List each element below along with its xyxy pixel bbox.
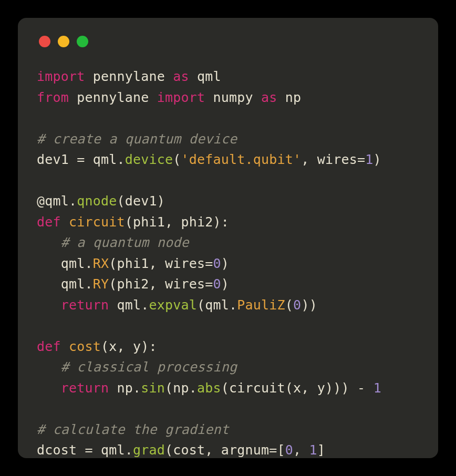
code-token: expval <box>149 297 198 313</box>
code-token: (np. <box>165 380 197 396</box>
code-token: 'default.qubit' <box>181 152 302 167</box>
close-icon[interactable] <box>39 36 50 47</box>
code-line: # calculate the gradient <box>37 419 419 440</box>
code-token: ) <box>221 276 229 292</box>
code-line <box>37 315 419 336</box>
code-token: (phi2, wires= <box>109 276 213 292</box>
code-line: @qml.qnode(dev1) <box>37 191 419 212</box>
code-block: import pennylane as qmlfrom pennylane im… <box>37 66 419 461</box>
code-token: return <box>61 380 117 396</box>
code-token: RX <box>93 256 109 271</box>
code-token: (circuit(x, y))) - <box>221 380 374 396</box>
code-token: RY <box>93 276 109 292</box>
code-token: cost <box>69 339 101 354</box>
code-token: qnode <box>77 193 117 209</box>
code-line: return np.sin(np.abs(circuit(x, y))) - 1 <box>37 378 419 399</box>
code-token: from <box>37 90 77 105</box>
code-line <box>37 108 419 129</box>
code-token: qml. <box>37 276 93 292</box>
code-token: (phi1, phi2): <box>125 214 229 230</box>
code-token: qml. <box>37 256 93 271</box>
code-token: as <box>173 69 197 84</box>
code-token: # create a quantum device <box>37 131 237 147</box>
code-token: # calculate the gradient <box>37 422 229 437</box>
code-line: qml.RX(phi1, wires=0) <box>37 253 419 274</box>
code-token: 0 <box>213 256 221 271</box>
code-token: def <box>37 339 69 354</box>
code-token: grad <box>133 442 165 458</box>
code-token: as <box>261 90 285 105</box>
code-token: 0 <box>213 276 221 292</box>
code-token: np. <box>117 380 141 396</box>
code-line: def cost(x, y): <box>37 336 419 357</box>
code-token: 0 <box>293 297 301 313</box>
code-token <box>37 235 61 250</box>
code-line <box>37 170 419 191</box>
code-token: 0 <box>285 442 293 458</box>
code-token: (phi1, wires= <box>109 256 213 271</box>
code-line: # create a quantum device <box>37 129 419 150</box>
code-token: circuit <box>69 214 125 230</box>
code-token: ( <box>285 297 293 313</box>
code-token: , wires= <box>301 152 365 167</box>
code-token: pennylane <box>77 90 157 105</box>
minimize-icon[interactable] <box>58 36 69 47</box>
code-token: (qml. <box>197 297 237 313</box>
traffic-lights <box>39 36 419 47</box>
code-token: # classical processing <box>61 359 237 375</box>
code-token: (x, y): <box>101 339 157 354</box>
code-line: dev1 = qml.device('default.qubit', wires… <box>37 149 419 170</box>
code-token: ( <box>173 152 181 167</box>
code-token: abs <box>197 380 221 396</box>
code-token: numpy <box>213 90 262 105</box>
code-token: dcost = qml. <box>37 442 133 458</box>
code-token: ) <box>221 256 229 271</box>
code-token: ] <box>317 442 325 458</box>
code-token: , <box>293 442 309 458</box>
code-token: sin <box>141 380 165 396</box>
code-token: @qml. <box>37 193 77 209</box>
code-token: device <box>125 152 173 167</box>
code-line: qml.RY(phi2, wires=0) <box>37 274 419 295</box>
code-token: 1 <box>374 380 381 396</box>
code-token: )) <box>301 297 317 313</box>
code-token <box>37 297 61 313</box>
code-line: # a quantum node <box>37 232 419 253</box>
code-token: # a quantum node <box>61 235 189 250</box>
zoom-icon[interactable] <box>77 36 88 47</box>
code-line: dcost = qml.grad(cost, argnum=[0, 1] <box>37 440 419 461</box>
code-token: def <box>37 214 69 230</box>
code-line: from pennylane import numpy as np <box>37 87 419 108</box>
code-token: (dev1) <box>117 193 165 209</box>
code-token: pennylane <box>93 69 173 84</box>
code-token: qml <box>197 69 221 84</box>
code-token: PauliZ <box>237 297 285 313</box>
code-token: dev1 = qml. <box>37 152 125 167</box>
code-line: import pennylane as qml <box>37 66 419 87</box>
code-token: import <box>157 90 213 105</box>
code-line: # classical processing <box>37 357 419 378</box>
code-token: (cost, argnum=[ <box>165 442 285 458</box>
code-token: 1 <box>365 152 373 167</box>
code-token: ) <box>374 152 381 167</box>
code-token: qml. <box>117 297 149 313</box>
code-token: return <box>61 297 117 313</box>
code-token: import <box>37 69 93 84</box>
code-line: def circuit(phi1, phi2): <box>37 212 419 233</box>
code-token <box>37 380 61 396</box>
code-token: np <box>285 90 302 105</box>
code-line <box>37 398 419 419</box>
code-window: import pennylane as qmlfrom pennylane im… <box>18 18 438 458</box>
code-line: return qml.expval(qml.PauliZ(0)) <box>37 295 419 316</box>
code-token <box>37 359 61 375</box>
code-token: 1 <box>309 442 317 458</box>
